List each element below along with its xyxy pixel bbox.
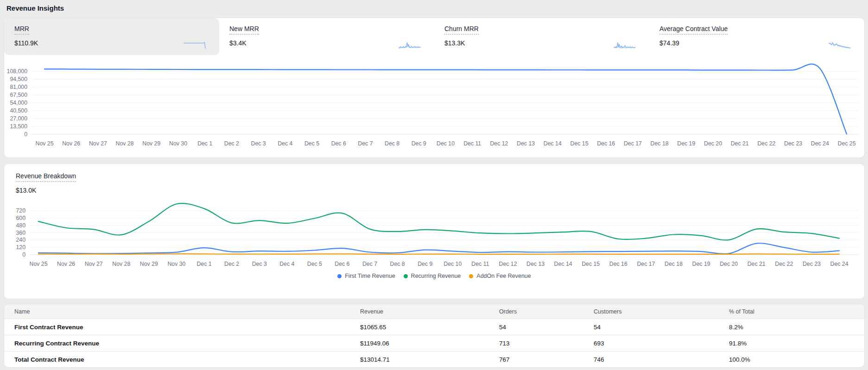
svg-text:Dec 7: Dec 7 <box>358 140 373 147</box>
column-header-pct-of-total[interactable]: % of Total <box>719 304 864 319</box>
svg-text:Dec 10: Dec 10 <box>444 261 462 267</box>
svg-text:Dec 7: Dec 7 <box>362 261 377 267</box>
mrr-sparkline <box>184 42 205 49</box>
tile-churn-mrr[interactable]: Churn MRR $13.3K <box>434 18 649 55</box>
revenue-breakdown-chart: 0120240360480600720Nov 25Nov 26Nov 27Nov… <box>4 195 864 269</box>
tile-new-mrr[interactable]: New MRR $3.4K <box>219 18 434 55</box>
legend-dot-icon <box>337 274 342 278</box>
svg-text:Dec 16: Dec 16 <box>597 140 615 147</box>
svg-text:108,000: 108,000 <box>7 68 28 75</box>
svg-text:Dec 1: Dec 1 <box>197 140 212 147</box>
svg-text:Dec 23: Dec 23 <box>784 140 802 147</box>
svg-text:Dec 3: Dec 3 <box>251 140 266 147</box>
acv-sparkline <box>829 42 850 49</box>
row-revenue: $13014.71 <box>350 351 489 367</box>
row-revenue: $1065.65 <box>350 319 489 335</box>
mrr-trend-chart: 013,50027,00040,50054,00067,50081,00094,… <box>4 55 864 158</box>
svg-text:Dec 2: Dec 2 <box>224 140 239 147</box>
tile-average-contract-value[interactable]: Average Contract Value $74.39 <box>649 18 864 55</box>
chart-legend: First Time RevenueRecurring RevenueAddOn… <box>4 271 864 281</box>
svg-text:Dec 19: Dec 19 <box>677 140 695 147</box>
svg-text:Dec 22: Dec 22 <box>757 140 775 147</box>
legend-item-recurring-revenue[interactable]: Recurring Revenue <box>404 273 461 279</box>
svg-text:720: 720 <box>16 207 25 214</box>
svg-text:Dec 17: Dec 17 <box>637 261 655 267</box>
row-revenue: $11949.06 <box>350 335 489 351</box>
row-name: Total Contract Revenue <box>4 351 350 367</box>
row-name: First Contract Revenue <box>4 319 350 335</box>
revenue-insights-page: Revenue Insights MRR $110.9K New MRR $3.… <box>0 4 868 368</box>
svg-text:Nov 28: Nov 28 <box>116 140 134 147</box>
svg-text:Dec 23: Dec 23 <box>803 261 821 267</box>
svg-text:Nov 26: Nov 26 <box>62 140 80 147</box>
svg-text:Dec 8: Dec 8 <box>390 261 405 267</box>
svg-text:Dec 10: Dec 10 <box>437 140 455 147</box>
svg-text:Dec 5: Dec 5 <box>307 261 322 267</box>
row-orders: 713 <box>489 335 583 351</box>
svg-text:Dec 15: Dec 15 <box>570 140 589 147</box>
revenue-breakdown-card: Revenue Breakdown $13.0K 012024036048060… <box>4 163 865 299</box>
svg-text:600: 600 <box>16 215 25 221</box>
svg-text:67,500: 67,500 <box>10 92 27 98</box>
tile-new-mrr-label: New MRR <box>229 25 259 35</box>
column-header-orders[interactable]: Orders <box>489 304 583 319</box>
svg-text:Dec 22: Dec 22 <box>775 261 793 267</box>
svg-text:Nov 30: Nov 30 <box>169 140 187 147</box>
metric-tiles: MRR $110.9K New MRR $3.4K Churn MRR $13.… <box>4 18 864 55</box>
svg-text:Dec 6: Dec 6 <box>335 261 349 267</box>
new-mrr-sparkline <box>399 42 420 49</box>
svg-text:0: 0 <box>22 251 25 258</box>
svg-text:Dec 25: Dec 25 <box>838 140 856 147</box>
svg-text:81,000: 81,000 <box>10 84 27 90</box>
row-orders: 54 <box>489 319 583 335</box>
column-header-customers[interactable]: Customers <box>583 304 719 319</box>
svg-text:13,500: 13,500 <box>10 123 27 130</box>
tile-churn-mrr-label: Churn MRR <box>444 25 479 35</box>
svg-text:Dec 14: Dec 14 <box>554 261 572 267</box>
legend-dot-icon <box>469 274 473 278</box>
svg-text:54,000: 54,000 <box>10 100 27 106</box>
table-header-row: Name Revenue Orders Customers % of Total <box>4 304 864 319</box>
legend-label: First Time Revenue <box>345 273 395 279</box>
svg-text:Dec 9: Dec 9 <box>418 261 432 267</box>
svg-text:Nov 25: Nov 25 <box>36 140 54 147</box>
row-pct-of-total: 91.8% <box>719 335 864 351</box>
svg-text:Dec 18: Dec 18 <box>665 261 683 267</box>
svg-text:Dec 21: Dec 21 <box>731 140 749 147</box>
svg-text:Nov 30: Nov 30 <box>167 261 185 267</box>
svg-text:Nov 29: Nov 29 <box>140 261 158 267</box>
svg-text:Nov 29: Nov 29 <box>142 140 160 147</box>
row-orders: 767 <box>489 351 583 367</box>
svg-text:120: 120 <box>16 244 25 251</box>
row-customers: 693 <box>583 335 719 351</box>
tile-mrr[interactable]: MRR $110.9K <box>4 18 219 55</box>
row-pct-of-total: 8.2% <box>719 319 864 335</box>
svg-text:Dec 21: Dec 21 <box>748 261 766 267</box>
svg-text:Dec 11: Dec 11 <box>471 261 489 267</box>
svg-text:Dec 4: Dec 4 <box>279 261 294 267</box>
svg-text:Nov 27: Nov 27 <box>89 140 107 147</box>
svg-text:Dec 6: Dec 6 <box>331 140 346 147</box>
svg-text:Dec 15: Dec 15 <box>582 261 600 267</box>
legend-item-addon-fee-revenue[interactable]: AddOn Fee Revenue <box>469 273 531 279</box>
column-header-name[interactable]: Name <box>4 304 350 319</box>
svg-text:Dec 18: Dec 18 <box>651 140 669 147</box>
svg-text:Dec 17: Dec 17 <box>624 140 642 147</box>
svg-text:Nov 28: Nov 28 <box>112 261 130 267</box>
tile-acv-label: Average Contract Value <box>659 25 728 35</box>
column-header-revenue[interactable]: Revenue <box>350 304 489 319</box>
revenue-breakdown-title: Revenue Breakdown <box>16 172 76 182</box>
legend-item-first-time-revenue[interactable]: First Time Revenue <box>337 273 395 279</box>
svg-text:Dec 3: Dec 3 <box>252 261 267 267</box>
table-row-total-contract-revenue: Total Contract Revenue $13014.71 767 746… <box>4 351 864 367</box>
legend-label: Recurring Revenue <box>411 273 461 279</box>
svg-text:Dec 9: Dec 9 <box>412 140 426 147</box>
table-row-recurring-contract-revenue: Recurring Contract Revenue $11949.06 713… <box>4 335 864 351</box>
svg-text:360: 360 <box>16 230 25 236</box>
mrr-overview-card: MRR $110.9K New MRR $3.4K Churn MRR $13.… <box>4 18 865 158</box>
svg-text:Dec 11: Dec 11 <box>463 140 481 147</box>
svg-text:27,000: 27,000 <box>10 115 27 122</box>
revenue-table-card: Name Revenue Orders Customers % of Total… <box>4 304 865 368</box>
svg-text:Dec 16: Dec 16 <box>609 261 627 267</box>
svg-text:Nov 25: Nov 25 <box>30 261 48 267</box>
